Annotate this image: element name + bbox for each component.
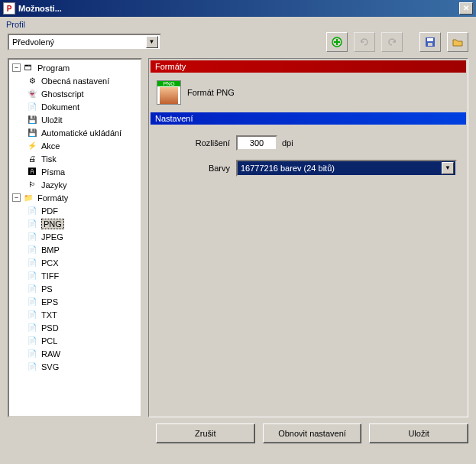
svg-rect-3 [428,43,432,46]
tree-item-raw[interactable]: 📄RAW [11,347,139,360]
tree-item-document[interactable]: 📄Dokument [11,100,139,113]
plus-icon [331,36,343,48]
window-title: Možnosti... [18,4,459,13]
open-profile-button[interactable] [447,32,468,52]
resolution-input[interactable] [236,135,277,151]
font-icon: 🅰 [26,166,38,178]
format-name: Formát PNG [187,88,235,97]
tree-panel[interactable]: − 🗔 Program ⚙Obecná nastavení 👻Ghostscri… [8,58,142,417]
folder-icon [452,36,464,48]
colors-row: Barvy 16777216 barev (24 bitů) ▼ [160,160,457,177]
colors-select[interactable]: 16777216 barev (24 bitů) ▼ [236,160,457,177]
tree-item-psd[interactable]: 📄PSD [11,321,139,334]
tree-item-eps[interactable]: 📄EPS [11,295,139,308]
file-icon: 📄 [26,348,38,360]
floppy-icon [424,36,436,48]
redo-button [381,32,403,52]
resolution-unit: dpi [282,138,293,148]
floppy-icon: 💾 [26,114,38,126]
tree-item-fonts[interactable]: 🅰Písma [11,165,139,178]
file-icon: 📄 [26,309,38,321]
formats-icon: 📁 [22,192,34,204]
cancel-button[interactable]: Zrušit [156,423,255,443]
colors-value: 16777216 barev (24 bitů) [241,164,335,173]
tree-item-png[interactable]: 📄PNG [11,217,139,230]
redo-icon [386,36,398,48]
file-icon: 📄 [26,270,38,282]
tree-item-svg[interactable]: 📄SVG [11,360,139,373]
resolution-row: Rozlišení dpi [160,135,457,151]
chevron-down-icon: ▼ [442,162,454,174]
svg-rect-2 [427,38,433,41]
tree-item-jpeg[interactable]: 📄JPEG [11,230,139,243]
tree-item-languages[interactable]: 🏳Jazyky [11,178,139,191]
file-icon: 📄 [26,283,38,295]
profile-row: Předvolený ▼ [0,31,476,58]
tree-formats[interactable]: − 📁 Formáty [11,191,139,204]
close-button[interactable]: ✕ [459,2,473,15]
png-badge: PNG [157,81,180,86]
profile-select[interactable]: Předvolený ▼ [8,34,161,50]
file-icon: 📄 [26,205,38,217]
resolution-label: Rozlišení [160,138,236,148]
format-thumb-icon: PNG [157,80,181,105]
file-icon: 📄 [26,257,38,269]
document-icon: 📄 [26,101,38,113]
chevron-down-icon: ▼ [146,36,158,48]
tree-item-ghostscript[interactable]: 👻Ghostscript [11,87,139,100]
tree-item-txt[interactable]: 📄TXT [11,308,139,321]
printer-icon: 🖨 [26,153,38,165]
tree-item-bmp[interactable]: 📄BMP [11,243,139,256]
tree-item-print[interactable]: 🖨Tisk [11,152,139,165]
tree-item-pcl[interactable]: 📄PCL [11,334,139,347]
save-profile-button[interactable] [419,32,441,52]
file-icon: 📄 [26,296,38,308]
add-profile-button[interactable] [326,32,348,52]
ghost-icon: 👻 [26,88,38,100]
file-icon: 📄 [26,322,38,334]
file-icon: 📄 [26,335,38,347]
app-icon: P [3,2,15,15]
save-button[interactable]: Uložit [369,423,468,443]
colors-label: Barvy [160,164,236,173]
titlebar: P Možnosti... ✕ [0,0,476,17]
right-panel: Formáty PNG Formát PNG Nastavení Rozliše… [148,58,468,417]
flag-icon: 🏳 [26,179,38,191]
tree-item-ps[interactable]: 📄PS [11,282,139,295]
file-icon: 📄 [26,231,38,243]
tree-item-actions[interactable]: ⚡Akce [11,139,139,152]
format-row: PNG Formát PNG [151,73,466,112]
undo-button [354,32,375,52]
collapse-icon[interactable]: − [12,193,21,202]
tree-item-general[interactable]: ⚙Obecná nastavení [11,74,139,87]
program-icon: 🗔 [22,62,34,74]
restore-button[interactable]: Obnovit nastavení [263,423,362,443]
collapse-icon[interactable]: − [12,63,21,72]
action-icon: ⚡ [26,140,38,152]
tree-item-tiff[interactable]: 📄TIFF [11,269,139,282]
autosave-icon: 💾 [26,127,38,139]
tree-item-pdf[interactable]: 📄PDF [11,204,139,217]
file-icon: 📄 [26,361,38,373]
file-icon: 📄 [26,218,38,230]
gear-icon: ⚙ [26,75,38,87]
settings-header: Nastavení [151,112,466,125]
face-icon [160,87,178,104]
tree-item-pcx[interactable]: 📄PCX [11,256,139,269]
tree-program[interactable]: − 🗔 Program [11,61,139,74]
tree-item-save[interactable]: 💾Uložit [11,113,139,126]
profile-value: Předvolený [12,37,54,47]
button-row: Zrušit Obnovit nastavení Uložit [0,423,476,451]
tree-item-autosave[interactable]: 💾Automatické ukládání [11,126,139,139]
undo-icon [358,36,371,48]
file-icon: 📄 [26,244,38,256]
profile-label: Profil [0,17,476,31]
formats-header: Formáty [151,60,466,73]
